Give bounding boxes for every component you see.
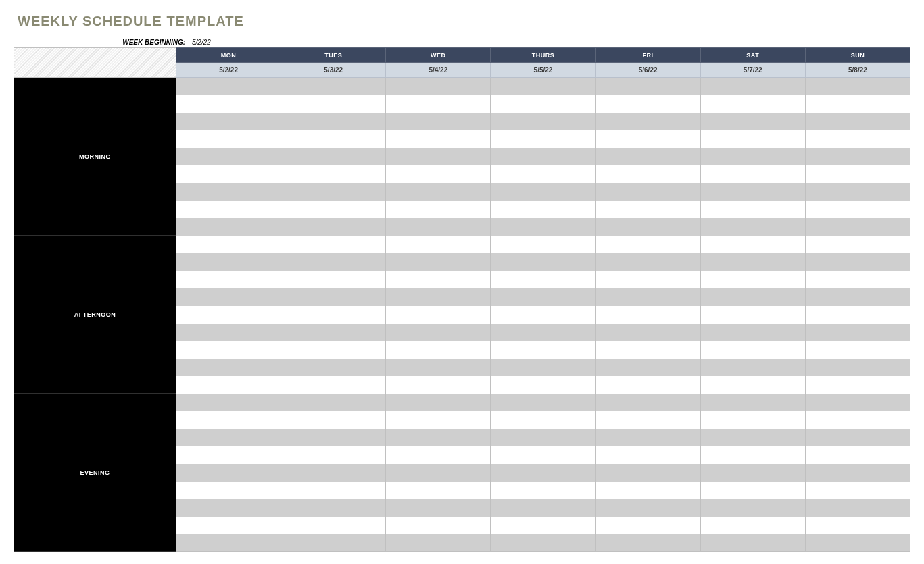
schedule-cell[interactable] [386,482,491,499]
schedule-cell[interactable] [700,201,805,218]
schedule-cell[interactable] [595,130,700,148]
schedule-cell[interactable] [176,218,281,236]
schedule-cell[interactable] [595,271,700,288]
schedule-cell[interactable] [805,359,910,376]
schedule-cell[interactable] [491,165,595,183]
schedule-cell[interactable] [176,341,281,359]
schedule-cell[interactable] [595,95,700,113]
schedule-cell[interactable] [176,288,281,306]
schedule-cell[interactable] [491,148,595,165]
schedule-cell[interactable] [281,341,386,359]
schedule-cell[interactable] [700,446,805,464]
schedule-cell[interactable] [595,411,700,429]
schedule-cell[interactable] [491,324,595,341]
schedule-cell[interactable] [176,130,281,148]
schedule-cell[interactable] [595,341,700,359]
schedule-cell[interactable] [700,306,805,324]
schedule-cell[interactable] [176,113,281,130]
schedule-cell[interactable] [176,324,281,341]
schedule-cell[interactable] [491,130,595,148]
schedule-cell[interactable] [595,78,700,95]
schedule-cell[interactable] [595,165,700,183]
schedule-cell[interactable] [386,499,491,517]
schedule-cell[interactable] [805,253,910,271]
schedule-cell[interactable] [700,78,805,95]
schedule-cell[interactable] [595,499,700,517]
schedule-cell[interactable] [805,376,910,394]
schedule-cell[interactable] [700,324,805,341]
schedule-cell[interactable] [805,464,910,482]
schedule-cell[interactable] [176,183,281,201]
schedule-cell[interactable] [700,411,805,429]
schedule-cell[interactable] [700,482,805,499]
schedule-cell[interactable] [386,130,491,148]
schedule-cell[interactable] [700,130,805,148]
schedule-cell[interactable] [700,429,805,446]
schedule-cell[interactable] [386,446,491,464]
schedule-cell[interactable] [491,499,595,517]
schedule-cell[interactable] [281,482,386,499]
schedule-cell[interactable] [595,253,700,271]
schedule-cell[interactable] [700,95,805,113]
schedule-cell[interactable] [386,359,491,376]
schedule-cell[interactable] [281,288,386,306]
schedule-cell[interactable] [281,464,386,482]
schedule-cell[interactable] [281,306,386,324]
schedule-cell[interactable] [176,446,281,464]
schedule-cell[interactable] [386,306,491,324]
schedule-cell[interactable] [491,446,595,464]
schedule-cell[interactable] [700,253,805,271]
schedule-cell[interactable] [805,148,910,165]
schedule-cell[interactable] [386,78,491,95]
schedule-cell[interactable] [595,534,700,552]
schedule-cell[interactable] [281,253,386,271]
schedule-cell[interactable] [491,394,595,411]
schedule-cell[interactable] [805,446,910,464]
schedule-cell[interactable] [176,534,281,552]
schedule-cell[interactable] [491,306,595,324]
schedule-cell[interactable] [805,341,910,359]
schedule-cell[interactable] [176,78,281,95]
schedule-cell[interactable] [386,288,491,306]
schedule-cell[interactable] [281,218,386,236]
schedule-cell[interactable] [491,376,595,394]
schedule-cell[interactable] [281,429,386,446]
schedule-cell[interactable] [491,341,595,359]
schedule-cell[interactable] [700,148,805,165]
schedule-cell[interactable] [491,236,595,253]
schedule-cell[interactable] [595,218,700,236]
schedule-cell[interactable] [700,341,805,359]
schedule-cell[interactable] [281,324,386,341]
schedule-cell[interactable] [595,376,700,394]
schedule-cell[interactable] [700,499,805,517]
schedule-cell[interactable] [700,517,805,534]
schedule-cell[interactable] [700,218,805,236]
schedule-cell[interactable] [386,534,491,552]
schedule-cell[interactable] [281,95,386,113]
schedule-cell[interactable] [805,165,910,183]
schedule-cell[interactable] [700,271,805,288]
schedule-cell[interactable] [595,201,700,218]
schedule-cell[interactable] [805,201,910,218]
schedule-cell[interactable] [176,95,281,113]
schedule-cell[interactable] [176,411,281,429]
schedule-cell[interactable] [595,236,700,253]
schedule-cell[interactable] [386,324,491,341]
schedule-cell[interactable] [491,411,595,429]
schedule-cell[interactable] [386,113,491,130]
schedule-cell[interactable] [386,411,491,429]
schedule-cell[interactable] [805,482,910,499]
schedule-cell[interactable] [176,499,281,517]
schedule-cell[interactable] [491,78,595,95]
schedule-cell[interactable] [491,253,595,271]
schedule-cell[interactable] [386,218,491,236]
schedule-cell[interactable] [281,78,386,95]
schedule-cell[interactable] [491,517,595,534]
schedule-cell[interactable] [595,306,700,324]
schedule-cell[interactable] [700,165,805,183]
schedule-cell[interactable] [176,271,281,288]
schedule-cell[interactable] [805,499,910,517]
schedule-cell[interactable] [595,148,700,165]
schedule-cell[interactable] [491,482,595,499]
schedule-cell[interactable] [386,464,491,482]
